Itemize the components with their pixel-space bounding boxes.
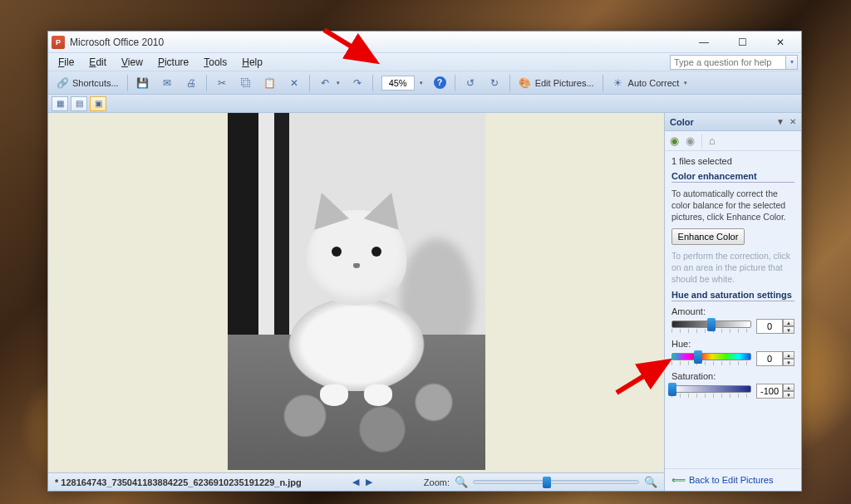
toolbar-separator: [127, 75, 128, 91]
section-hue-saturation: Hue and saturation settings: [671, 290, 794, 301]
back-arrow-icon: ⟸: [671, 474, 686, 486]
delete-button[interactable]: ✕: [283, 74, 305, 92]
paste-icon: 📋: [263, 76, 277, 90]
cut-button[interactable]: ✂: [211, 74, 233, 92]
back-link-label: Back to Edit Pictures: [689, 475, 774, 485]
help-search-dropdown[interactable]: ▾: [786, 55, 798, 70]
pane-title: Color: [670, 117, 694, 127]
saturation-step-down[interactable]: ▼: [783, 391, 794, 399]
amount-slider[interactable]: [671, 321, 751, 328]
maximize-button[interactable]: ☐: [728, 35, 756, 50]
zoom-slider[interactable]: [473, 480, 639, 484]
auto-correct-icon: ☀: [612, 76, 625, 90]
chevron-down-icon: ▾: [420, 80, 423, 86]
saturation-label: Saturation:: [671, 371, 794, 381]
menu-tools[interactable]: Tools: [197, 55, 234, 70]
hue-input[interactable]: [756, 351, 783, 366]
delete-icon: ✕: [288, 76, 301, 90]
hue-slider[interactable]: [671, 353, 751, 360]
slider-ticks: [671, 394, 751, 398]
save-icon: 💾: [136, 76, 150, 90]
redo-icon: ↷: [351, 76, 364, 90]
pane-forward-button[interactable]: ◉: [686, 135, 695, 147]
prev-picture-button[interactable]: ◀: [352, 477, 359, 487]
toolbar-separator: [603, 75, 603, 91]
chevron-down-icon: ▾: [684, 80, 687, 86]
mail-button[interactable]: ✉: [156, 74, 178, 92]
amount-input[interactable]: [756, 319, 783, 334]
amount-step-down[interactable]: ▼: [783, 326, 794, 334]
amount-label: Amount:: [671, 306, 794, 316]
picture-canvas[interactable]: [48, 113, 664, 472]
pane-back-button[interactable]: ◉: [670, 135, 679, 147]
auto-correct-button[interactable]: ☀ Auto Correct ▾: [608, 74, 692, 92]
save-button[interactable]: 💾: [132, 74, 154, 92]
minimize-button[interactable]: —: [690, 35, 718, 50]
enhance-color-button[interactable]: Enhance Color: [671, 228, 745, 245]
hue-step-up[interactable]: ▲: [783, 351, 794, 359]
copy-button[interactable]: ⿻: [235, 74, 257, 92]
standard-toolbar: 🔗 Shortcuts... 💾 ✉ 🖨 ✂ ⿻ 📋 ✕ ↶▾ ↷ ▾ ? ↺ …: [48, 71, 801, 95]
redo-button[interactable]: ↷: [347, 74, 368, 92]
help-button[interactable]: ?: [430, 74, 450, 92]
close-button[interactable]: ✕: [766, 35, 794, 50]
shortcuts-button[interactable]: 🔗 Shortcuts...: [52, 74, 123, 92]
pane-close-button[interactable]: ✕: [790, 117, 796, 126]
back-to-edit-pictures-link[interactable]: ⟸ Back to Edit Pictures: [671, 474, 774, 486]
app-icon: P: [52, 36, 65, 49]
next-picture-button[interactable]: ▶: [366, 477, 372, 487]
zoom-out-button[interactable]: 🔍: [455, 476, 468, 488]
pane-home-button[interactable]: ⌂: [709, 135, 716, 147]
saturation-step-up[interactable]: ▲: [783, 384, 794, 391]
files-selected-text: 1 files selected: [671, 156, 794, 166]
status-filename: * 128164743_735041183884225_623691023519…: [55, 477, 302, 487]
amount-step-up[interactable]: ▲: [783, 319, 794, 326]
auto-correct-label: Auto Correct: [628, 78, 680, 88]
pane-nav: ◉ ◉ ⌂: [665, 131, 801, 151]
zoom-combobox[interactable]: ▾: [377, 74, 427, 92]
menu-view[interactable]: View: [115, 55, 150, 70]
hue-slider-thumb[interactable]: [694, 350, 702, 364]
copy-icon: ⿻: [239, 76, 253, 90]
zoom-slider-thumb[interactable]: [543, 477, 551, 488]
thumbnail-view-button[interactable]: ▦: [52, 96, 68, 111]
single-view-button[interactable]: ▣: [90, 96, 106, 111]
amount-slider-thumb[interactable]: [707, 318, 716, 331]
menu-picture[interactable]: Picture: [151, 55, 195, 70]
rotate-right-button[interactable]: ↻: [484, 74, 505, 92]
filmstrip-view-button[interactable]: ▤: [71, 96, 87, 111]
menu-file[interactable]: File: [52, 55, 81, 70]
zoom-input[interactable]: [381, 76, 415, 91]
slider-ticks: [671, 361, 751, 365]
picture-preview: [228, 113, 485, 470]
paste-button[interactable]: 📋: [259, 74, 281, 92]
mail-icon: ✉: [160, 76, 174, 90]
menu-edit[interactable]: Edit: [82, 55, 113, 70]
pane-menu-button[interactable]: ▼: [776, 117, 785, 126]
zoom-in-button[interactable]: 🔍: [644, 476, 657, 488]
saturation-slider-thumb[interactable]: [668, 383, 676, 396]
title-bar: P Microsoft Office 2010 — ☐ ✕: [48, 32, 801, 53]
edit-pictures-button[interactable]: 🎨 Edit Pictures...: [514, 74, 598, 92]
color-task-pane: Color ▼ ✕ ◉ ◉ ⌂ 1 files selected Color e…: [664, 113, 801, 491]
print-icon: 🖨: [184, 76, 198, 90]
help-icon: ?: [434, 76, 446, 89]
app-window: P Microsoft Office 2010 — ☐ ✕ FileEditVi…: [47, 31, 802, 492]
undo-button[interactable]: ↶▾: [314, 74, 344, 92]
cut-icon: ✂: [215, 76, 229, 90]
pane-header: Color ▼ ✕: [665, 113, 801, 131]
saturation-input[interactable]: [756, 384, 783, 399]
menu-help[interactable]: Help: [235, 55, 269, 70]
hue-step-down[interactable]: ▼: [783, 359, 794, 366]
section-color-enhancement: Color enhancement: [671, 171, 794, 183]
shortcuts-icon: 🔗: [56, 76, 69, 90]
toolbar-separator: [309, 75, 310, 91]
hue-label: Hue:: [671, 339, 794, 349]
rotate-left-button[interactable]: ↺: [460, 74, 481, 92]
edit-pictures-icon: 🎨: [519, 76, 532, 90]
status-bar: * 128164743_735041183884225_623691023519…: [48, 472, 664, 491]
saturation-slider[interactable]: [671, 385, 751, 393]
help-search-input[interactable]: [670, 55, 786, 70]
print-button[interactable]: 🖨: [180, 74, 202, 92]
help-search[interactable]: ▾: [670, 55, 798, 70]
